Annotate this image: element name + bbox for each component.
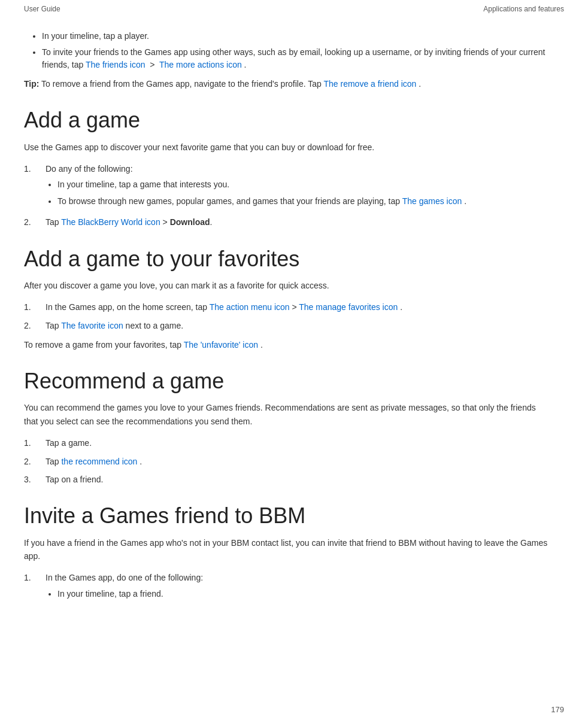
list-item: In your timeline, tap a friend. [57, 587, 551, 600]
list-item: In your timeline, tap a game that intere… [57, 178, 551, 191]
header-right: Applications and features [483, 5, 564, 13]
invite-bbm-intro: If you have a friend in the Games app wh… [24, 536, 551, 563]
list-item: In your timeline, tap a player. [42, 30, 551, 42]
intro-bullet-list: In your timeline, tap a player. To invit… [42, 30, 551, 71]
download-bold: Download [170, 217, 210, 227]
recommend-steps: 1. Tap a game. 2. Tap the recommend icon… [24, 436, 551, 486]
list-item: 1. In the Games app, on the home screen,… [24, 300, 551, 314]
recommend-icon-link: the recommend icon [61, 457, 137, 466]
action-menu-icon-link: The action menu icon [210, 302, 290, 312]
list-item: 1. Do any of the following: In your time… [24, 162, 551, 211]
page-number: 179 [551, 705, 564, 714]
invite-bbm-title: Invite a Games friend to BBM [24, 503, 551, 528]
list-item: 2. Tap The BlackBerry World icon > Downl… [24, 215, 551, 229]
blackberry-world-icon-link: The BlackBerry World icon [61, 217, 160, 227]
add-game-title: Add a game [24, 107, 551, 133]
list-item: 1. In the Games app, do one of the follo… [24, 571, 551, 603]
list-item: 2. Tap The favorite icon next to a game. [24, 319, 551, 332]
list-item: To browse through new games, popular gam… [57, 195, 551, 208]
recommend-game-title: Recommend a game [24, 368, 551, 394]
add-favorites-steps: 1. In the Games app, on the home screen,… [24, 300, 551, 332]
list-item: 3. Tap on a friend. [24, 473, 551, 486]
recommend-game-intro: You can recommend the games you love to … [24, 401, 551, 428]
header-left: User Guide [24, 5, 60, 13]
list-item: To invite your friends to the Games app … [42, 46, 551, 71]
add-favorites-intro: After you discover a game you love, you … [24, 279, 551, 292]
page-footer: 179 [551, 705, 564, 714]
page-header: User Guide Applications and features [0, 0, 588, 18]
invite-bbm-steps: 1. In the Games app, do one of the follo… [24, 571, 551, 603]
manage-favorites-icon-link: The manage favorites icon [299, 302, 398, 312]
add-game-intro: Use the Games app to discover your next … [24, 141, 551, 154]
tip-paragraph: Tip: To remove a friend from the Games a… [24, 77, 551, 90]
friends-icon-link: The friends icon [86, 60, 146, 69]
remove-friend-icon-link: The remove a friend icon [323, 79, 416, 89]
unfavorite-icon-link: The 'unfavorite' icon [184, 340, 258, 350]
remove-favorites-note: To remove a game from your favorites, ta… [24, 338, 551, 351]
games-icon-link: The games icon [402, 196, 462, 206]
tip-label: Tip: [24, 79, 39, 89]
list-item: 2. Tap the recommend icon . [24, 455, 551, 468]
add-game-steps: 1. Do any of the following: In your time… [24, 162, 551, 229]
add-favorites-title: Add a game to your favorites [24, 246, 551, 272]
main-content: In your timeline, tap a player. To invit… [0, 24, 575, 633]
list-item: 1. Tap a game. [24, 436, 551, 449]
favorite-icon-link: The favorite icon [61, 321, 123, 330]
more-actions-icon-link: The more actions icon [159, 60, 242, 69]
